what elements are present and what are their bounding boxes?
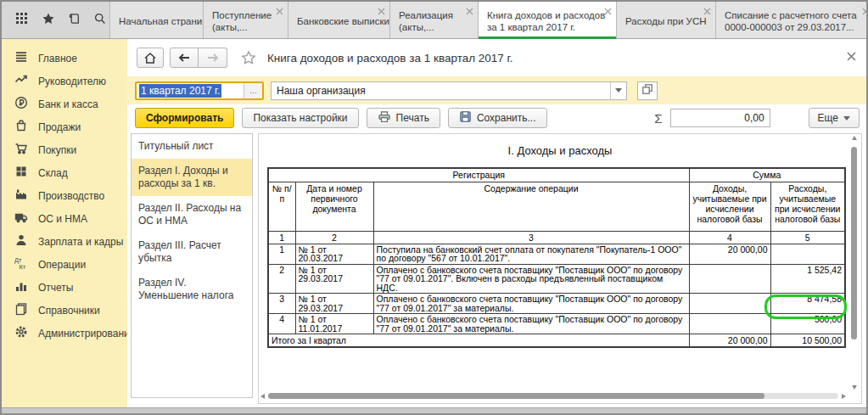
save-button[interactable]: Сохранить... <box>448 108 547 128</box>
history-button[interactable] <box>65 11 84 30</box>
scroll-right-icon[interactable] <box>842 394 846 399</box>
sidebar-item-label: Склад <box>38 167 68 179</box>
tab-bank-statements[interactable]: Банковские выписки <box>288 2 389 38</box>
action-row: Сформировать Показать настройки Печать С… <box>127 104 866 132</box>
open-organization-button[interactable] <box>637 81 658 100</box>
sidebar-item-payroll[interactable]: Зарплата и кадры <box>2 230 127 253</box>
tab-home[interactable]: Начальная страница <box>109 2 203 38</box>
cell-doc: № 1 от 29.03.2017 <box>295 264 373 294</box>
sidebar-item-warehouse[interactable]: Склад <box>2 161 127 184</box>
sidebar-item-main[interactable]: Главное <box>2 47 127 70</box>
sidebar-item-directories[interactable]: Справочники <box>2 299 127 322</box>
cell-content: Оплачено с банковского счета поставщику … <box>373 294 689 314</box>
sidebar-item-label: Отчеты <box>38 282 73 294</box>
floppy-save-icon <box>459 110 472 126</box>
tab-kudir-active[interactable]: Книга доходов и расходов за 1 квартал 20… <box>478 2 616 38</box>
search-icon <box>93 12 107 29</box>
column-number-row: 1 2 3 4 5 <box>268 231 845 244</box>
tab-label: (акты,... <box>212 21 271 33</box>
sidebar-item-bank-cash[interactable]: Банк и касса <box>2 93 127 115</box>
vscroll-thumb[interactable] <box>851 147 857 339</box>
tab-usn-expenses[interactable]: Расходы при УСН <box>616 2 715 38</box>
section-label: Титульный лист <box>138 140 214 152</box>
scroll-up-icon[interactable] <box>852 136 857 140</box>
sidebar-item-sales[interactable]: Продажи <box>2 115 127 138</box>
section-title-page[interactable]: Титульный лист <box>132 134 252 159</box>
sidebar-item-manager[interactable]: Руководителю <box>2 70 127 93</box>
sidebar-item-production[interactable]: Производство <box>2 184 127 207</box>
section-3-loss[interactable]: Раздел III. Расчет убытка <box>132 233 252 271</box>
back-button[interactable] <box>170 48 199 68</box>
print-button[interactable]: Печать <box>367 108 440 128</box>
forward-button[interactable] <box>199 48 227 68</box>
close-icon[interactable] <box>703 6 711 14</box>
table-row[interactable]: 2 № 1 от 29.03.2017 Оплачено с банковско… <box>268 264 845 294</box>
tab-writeoff[interactable]: Списание с расчетного счета 0000-000003 … <box>715 2 868 38</box>
sidebar-item-administration[interactable]: Администрирование <box>2 322 127 345</box>
close-icon[interactable] <box>378 6 385 14</box>
scroll-down-icon[interactable] <box>852 385 857 390</box>
cell-expense: 8 474,58 <box>770 294 845 314</box>
chevron-down-icon[interactable] <box>610 82 626 99</box>
search-button[interactable] <box>91 11 109 30</box>
sidebar-item-reports[interactable]: Отчеты <box>2 276 127 299</box>
horizontal-scrollbar[interactable] <box>260 390 846 401</box>
scroll-left-icon[interactable] <box>260 394 265 399</box>
col-expense: Расходы, учитываемые при исчислении нало… <box>770 182 845 231</box>
hscroll-thumb[interactable] <box>268 393 764 399</box>
section-2-os-nma[interactable]: Раздел II. Расходы на ОС и НМА <box>132 196 252 233</box>
printer-icon <box>378 110 391 126</box>
close-form-icon[interactable] <box>847 49 856 64</box>
sidebar-item-operations[interactable]: ДтКт Операции <box>2 253 127 276</box>
tab-sales[interactable]: Реализация (акты,... <box>389 2 478 38</box>
tab-label: 0000-000003 от 29.03.2017... <box>725 21 857 33</box>
col-num: № п/п <box>268 182 295 231</box>
show-settings-button[interactable]: Показать настройки <box>242 108 358 128</box>
tab-receipts[interactable]: Поступление (акты,... <box>203 2 288 38</box>
tab-label: Поступление <box>212 9 271 21</box>
tab-label: Списание с расчетного счета <box>725 9 857 21</box>
books-icon <box>14 302 28 318</box>
more-label: Еще <box>818 112 838 124</box>
section-1-income-expenses[interactable]: Раздел I. Доходы и расходы за 1 кв. <box>132 159 252 196</box>
tab-label: за 1 квартал 2017 г. <box>487 21 599 33</box>
close-icon[interactable] <box>276 6 283 14</box>
cell-content: Оплачено с банковского счета поставщику … <box>373 314 689 334</box>
cell-doc: № 1 от 29.03.2017 <box>295 294 373 314</box>
sidebar-item-label: Производство <box>38 190 104 202</box>
factory-icon <box>14 188 28 204</box>
period-input[interactable]: 1 квартал 2017 г. <box>137 83 244 98</box>
generate-button[interactable]: Сформировать <box>135 108 234 128</box>
main-menu-button[interactable] <box>13 11 31 30</box>
table-row[interactable]: 4 № 1 от 11.01.2017 Оплачено с банковско… <box>268 314 845 334</box>
tab-label: Начальная страница <box>119 15 186 27</box>
tab-label: Книга доходов и расходов <box>487 9 599 21</box>
tab-bar: Начальная страница Поступление (акты,...… <box>109 2 868 38</box>
table-row[interactable]: 1 № 1 от 20.03.2017 Поступила на банковс… <box>268 244 845 264</box>
table-row[interactable]: 3 № 1 от 29.03.2017 Оплачено с банковско… <box>268 294 845 314</box>
close-icon[interactable] <box>466 6 473 14</box>
sidebar-item-fixed-assets[interactable]: ОС и НМА <box>2 207 127 230</box>
sum-field[interactable] <box>670 109 770 127</box>
cell-income <box>689 264 770 294</box>
sidebar-item-purchases[interactable]: Покупки <box>2 138 127 161</box>
more-button[interactable]: Еще <box>809 108 860 128</box>
colnum-2: 2 <box>295 231 373 244</box>
close-icon[interactable] <box>862 6 868 14</box>
home-button[interactable] <box>137 48 164 68</box>
kudir-table: Регистрация Сумма № п/п Дата и номер пер… <box>267 167 846 348</box>
favorite-star-button[interactable] <box>241 50 256 65</box>
group-sum: Сумма <box>689 168 845 182</box>
period-picker-button[interactable]: ... <box>244 83 262 98</box>
hscroll-track[interactable] <box>268 393 838 399</box>
close-icon[interactable] <box>604 6 612 14</box>
favorites-button[interactable] <box>39 11 58 30</box>
print-label: Печать <box>396 112 429 124</box>
barchart-icon <box>14 279 28 295</box>
section-4-tax-reduction[interactable]: Раздел IV. Уменьшение налога <box>132 271 252 308</box>
total-income: 20 000,00 <box>689 334 770 348</box>
organization-combo[interactable]: Наша организация <box>271 81 627 100</box>
vertical-scrollbar[interactable] <box>848 136 860 390</box>
total-expense: 10 500,00 <box>770 334 845 348</box>
organization-value: Наша организация <box>272 85 610 97</box>
